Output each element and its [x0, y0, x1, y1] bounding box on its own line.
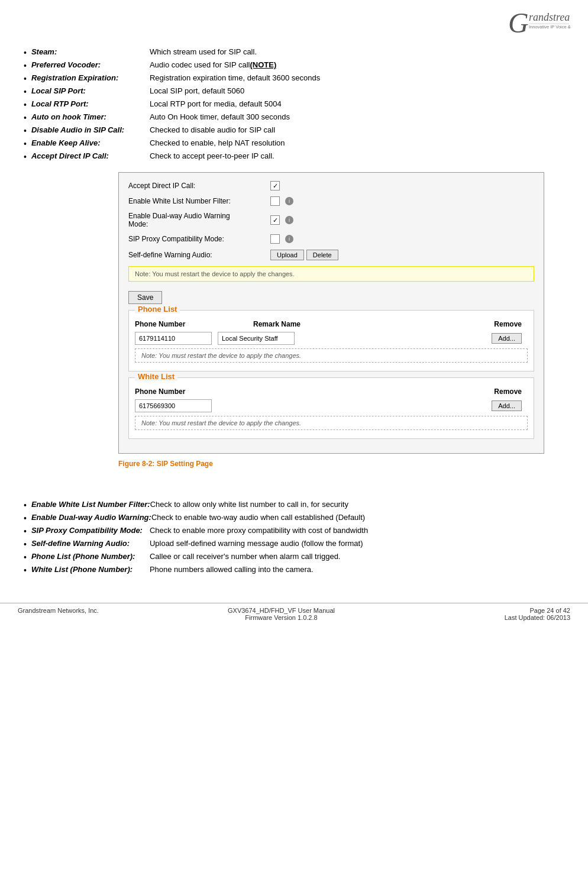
bullet-desc-1: Which stream used for SIP call. — [150, 47, 564, 56]
bullet-dot-6: • — [24, 113, 27, 122]
bottom-bullet-list: • Enable White List Number Filter: Check… — [24, 500, 564, 575]
bullet-dot-8: • — [24, 139, 27, 148]
bullet-desc-2: Audio codec used for SIP call(NOTE) — [150, 60, 564, 69]
bullet-label-4: Local SIP Port: — [31, 86, 150, 95]
bullet2-desc-3: Check to enable more proxy compatibility… — [150, 526, 564, 535]
sip-proxy-checkbox[interactable] — [270, 234, 280, 244]
bullet-label-3: Registration Expiration: — [31, 73, 150, 82]
bullet2-label-1: Enable White List Number Filter: — [31, 500, 150, 509]
bullet2-desc-2: Check to enable two-way audio when call … — [151, 513, 564, 522]
sip-proxy-info-icon: i — [285, 235, 293, 243]
bullet2-desc-5: Callee or call receiver's number when al… — [150, 552, 564, 561]
phone-list-title: Phone List — [138, 305, 177, 314]
svg-text:randstream: randstream — [529, 11, 570, 23]
bullet-desc-7: Checked to disable audio for SIP call — [150, 125, 564, 134]
dualway-audio-label: Enable Dual-way Audio WarningMode: — [128, 212, 270, 228]
bullet2-label-3: SIP Proxy Compatibility Mode: — [31, 526, 150, 535]
phone-list-row: Add... — [135, 332, 528, 345]
accept-direct-ip-label: Accept Direct IP Call: — [128, 182, 270, 190]
note-banner-top: Note: You must restart the device to app… — [128, 266, 534, 282]
footer-right-line1: Page 24 of 42 — [464, 607, 570, 614]
sip-proxy-label: SIP Proxy Compatibility Mode: — [128, 235, 270, 243]
remark-name-input[interactable] — [218, 332, 295, 345]
dualway-audio-info-icon: i — [285, 216, 293, 224]
whitelist-filter-info-icon: i — [285, 197, 293, 205]
bullet2-dot-4: • — [24, 539, 27, 549]
phone-list-col-remove: Remove — [371, 320, 528, 328]
bullet2-dot-6: • — [24, 566, 27, 575]
whitelist-filter-label: Enable White List Number Filter: — [128, 197, 270, 205]
bullet-dot-2: • — [24, 61, 27, 70]
bullet2-dot-2: • — [24, 513, 27, 523]
bullet-dot-1: • — [24, 48, 27, 57]
figure-caption: Figure 8-2: SIP Setting Page — [118, 460, 564, 468]
figure-caption-text: Figure 8-2: SIP Setting Page — [118, 460, 213, 468]
white-list-title: White List — [138, 372, 175, 381]
bullet-label-6: Auto on hook Timer: — [31, 112, 150, 121]
top-bullet-list: • Steam: Which stream used for SIP call.… — [24, 47, 564, 161]
white-list-add-button[interactable]: Add... — [492, 400, 522, 411]
svg-text:G: G — [508, 7, 529, 38]
form-row-dualway-audio: Enable Dual-way Audio WarningMode: i — [128, 212, 534, 228]
white-list-header: Phone Number Remove — [135, 387, 528, 396]
bullet-dot-7: • — [24, 126, 27, 135]
bullet-label-5: Local RTP Port: — [31, 99, 150, 108]
bullet-dot-3: • — [24, 74, 27, 83]
bullet2-desc-6: Phone numbers allowed calling into the c… — [150, 565, 564, 574]
bullet-label-7: Disable Audio in SIP Call: — [31, 125, 150, 134]
bullet-desc-3: Registration expiration time, default 36… — [150, 73, 564, 82]
bullet2-desc-1: Check to allow only white list number to… — [150, 500, 564, 509]
footer-left: Grandstream Networks, Inc. — [18, 607, 99, 621]
phone-list-col-remark: Remark Name — [253, 320, 371, 328]
bullet2-dot-1: • — [24, 500, 27, 510]
bullet2-dot-5: • — [24, 553, 27, 562]
phone-list-add-button[interactable]: Add... — [492, 333, 522, 344]
bullet-label-9: Accept Direct IP Call: — [31, 151, 150, 160]
bullet2-label-5: Phone List (Phone Number): — [31, 552, 150, 561]
phone-list-note: Note: You must restart the device to app… — [135, 348, 528, 363]
footer-right-line2: Last Updated: 06/2013 — [464, 614, 570, 621]
phone-list-section: Phone List Phone Number Remark Name Remo… — [128, 310, 534, 371]
white-list-note: Note: You must restart the device to app… — [135, 416, 528, 430]
bullet2-dot-3: • — [24, 526, 27, 536]
form-row-self-define-audio: Self-define Warning Audio: Upload Delete — [128, 250, 534, 260]
phone-number-input[interactable] — [135, 332, 212, 345]
form-row-accept-direct-ip: Accept Direct IP Call: — [128, 181, 534, 190]
bullet2-label-2: Enable Dual-way Audio Warning: — [31, 513, 151, 522]
delete-button[interactable]: Delete — [306, 250, 338, 260]
bullet-label-8: Enable Keep Alive: — [31, 138, 150, 147]
footer-right: Page 24 of 42 Last Updated: 06/2013 — [464, 607, 570, 621]
accept-direct-ip-checkbox[interactable] — [270, 181, 280, 190]
bullet-dot-9: • — [24, 152, 27, 161]
figure-box: Accept Direct IP Call: Enable White List… — [118, 172, 544, 454]
bullet2-label-4: Self-define Warning Audio: — [31, 539, 150, 548]
white-list-row: Add... — [135, 399, 528, 412]
form-row-whitelist-filter: Enable White List Number Filter: i — [128, 196, 534, 206]
dualway-audio-checkbox[interactable] — [270, 215, 280, 225]
svg-text:Innovative IP Voice & Video: Innovative IP Voice & Video — [529, 24, 570, 30]
bullet-label-2: Preferred Vocoder: — [31, 60, 150, 69]
bullet2-desc-4: Upload self-defined warning message audi… — [150, 539, 564, 548]
white-list-col-remove: Remove — [494, 387, 522, 396]
bullet2-label-6: White List (Phone Number): — [31, 565, 150, 574]
whitelist-filter-checkbox[interactable] — [270, 196, 280, 206]
footer-center: GXV3674_HD/FHD_VF User Manual Firmware V… — [99, 607, 464, 621]
bullet-desc-4: Local SIP port, default 5060 — [150, 86, 564, 95]
save-button[interactable]: Save — [128, 291, 162, 304]
bullet-dot-4: • — [24, 87, 27, 96]
footer-center-line1: GXV3674_HD/FHD_VF User Manual — [99, 607, 464, 614]
logo: G randstream Innovative IP Voice & Video — [505, 6, 570, 38]
phone-list-col-phone: Phone Number — [135, 320, 253, 328]
upload-button[interactable]: Upload — [270, 250, 304, 260]
footer-center-line2: Firmware Version 1.0.2.8 — [99, 614, 464, 621]
bullet-desc-8: Checked to enable, help NAT resolution — [150, 138, 564, 147]
white-list-phone-input[interactable] — [135, 399, 212, 412]
bullet-desc-6: Auto On Hook timer, default 300 seconds — [150, 112, 564, 121]
bullet-desc-5: Local RTP port for media, default 5004 — [150, 99, 564, 108]
self-define-audio-label: Self-define Warning Audio: — [128, 251, 270, 259]
phone-list-header: Phone Number Remark Name Remove — [135, 320, 528, 328]
bullet-desc-9: Check to accept peer-to-peer IP call. — [150, 151, 564, 160]
white-list-section: White List Phone Number Remove Add... No… — [128, 377, 534, 439]
white-list-col-phone: Phone Number — [135, 387, 494, 396]
bullet-label-1: Steam: — [31, 47, 150, 56]
